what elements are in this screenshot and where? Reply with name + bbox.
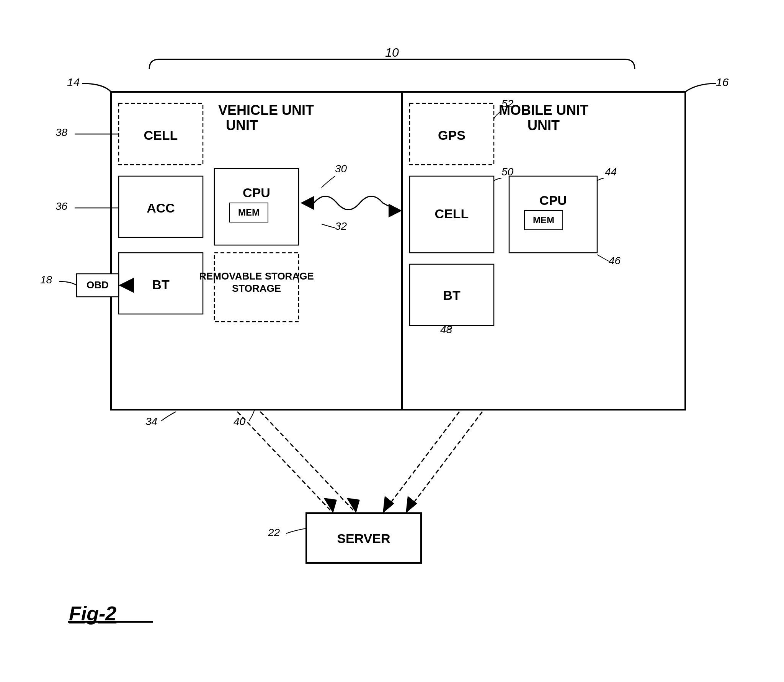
ref-50-label: 50 [501, 166, 514, 178]
gps-label: GPS [438, 128, 466, 142]
cell-mobile-label: CELL [435, 206, 469, 221]
cpu-vehicle-label: CPU [243, 185, 270, 200]
arrow-right-head [389, 204, 402, 218]
dashed-arrow-mr1 [383, 412, 459, 513]
diagram-container: 10 14 16 VEHICLE UNIT UNIT CELL ACC BT C… [0, 0, 784, 682]
ref-30-label: 30 [335, 163, 347, 175]
obd-label: OBD [87, 279, 109, 291]
mem-vehicle-label: MEM [238, 207, 260, 218]
ref-18-label: 18 [40, 274, 52, 286]
obd-arrow [119, 278, 134, 293]
dashed-arrow-mr2-head [406, 496, 417, 513]
ref-36-label: 36 [56, 200, 68, 212]
removable-storage-label: REMOVABLE STORAGE [199, 270, 314, 282]
ref-16-label: 16 [716, 76, 729, 88]
ref-38-label: 38 [56, 126, 68, 138]
wavy-arrow [314, 196, 389, 210]
cell-vehicle-label: CELL [144, 128, 178, 142]
ref-52-label: 52 [501, 98, 514, 110]
dashed-arrow-vl1 [237, 412, 333, 513]
mem-mobile-label: MEM [533, 215, 554, 225]
cpu-vehicle-box [214, 168, 299, 245]
dashed-arrow-mr1-head [383, 496, 394, 513]
dashed-arrow-vl1-head [323, 498, 337, 513]
arrow-left-head [301, 196, 314, 210]
ref-40-label: 40 [234, 415, 246, 427]
bt-mobile-label: BT [443, 288, 461, 303]
ref-10-label: 10 [385, 46, 399, 59]
ref-22-label: 22 [268, 527, 280, 538]
ref-44-label: 44 [605, 166, 617, 178]
ref-46-label: 46 [609, 255, 621, 267]
ref-32-label: 32 [335, 220, 347, 232]
ref-48-label: 48 [440, 324, 452, 335]
vehicle-unit-label2: UNIT [226, 118, 258, 133]
dashed-arrow-mr2 [406, 412, 482, 513]
cpu-mobile-label: CPU [539, 193, 567, 208]
ref-14-label: 14 [67, 76, 80, 88]
acc-label: ACC [147, 201, 175, 215]
bt-vehicle-label: BT [152, 277, 170, 292]
cpu-mobile-box [509, 176, 597, 253]
ref-34-label: 34 [145, 415, 157, 427]
dashed-arrow-vm1-head [346, 498, 360, 513]
dashed-arrow-vm1 [260, 412, 356, 513]
vehicle-unit-label: VEHICLE UNIT [218, 102, 314, 118]
removable-storage-label2: STORAGE [232, 283, 281, 294]
mobile-unit-label2: UNIT [528, 118, 560, 133]
server-label: SERVER [337, 531, 390, 546]
